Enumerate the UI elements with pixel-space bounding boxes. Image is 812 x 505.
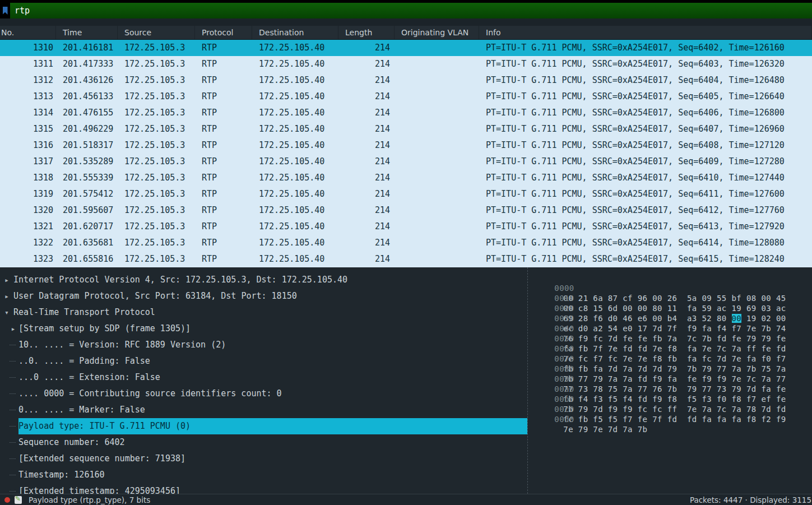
hex-bytes[interactable]: 00 21 6a 87 cf 96 00 26 5a 09 55 bf 08 0… (563, 294, 786, 303)
tree-expander-icon[interactable] (8, 483, 18, 494)
highlighted-byte[interactable]: 00 (732, 314, 742, 323)
hex-bytes[interactable]: fa fb 7f 7e fd fd 7e f8 fa 7e 7c 7a ff f… (563, 344, 786, 353)
tree-expander-icon[interactable] (8, 434, 18, 451)
detail-row[interactable]: 0... .... = Marker: False (0, 402, 527, 418)
cell-no: 1315 (0, 121, 56, 137)
column-header-destination[interactable]: Destination (252, 26, 338, 39)
cell-length: 214 (338, 154, 395, 170)
filter-bookmark-icon[interactable] (0, 3, 10, 18)
cell-length: 214 (338, 235, 395, 251)
hex-offset: 00d0 (554, 414, 577, 424)
bookmark-flag-icon (3, 7, 8, 15)
column-header-length[interactable]: Length (338, 26, 395, 39)
column-header-source[interactable]: Source (118, 26, 195, 39)
detail-row[interactable]: .... 0000 = Contributing source identifi… (0, 386, 527, 402)
tree-expander-icon[interactable] (8, 402, 18, 418)
tree-expander-icon[interactable] (8, 386, 18, 402)
detail-row[interactable]: Sequence number: 6402 (0, 434, 527, 451)
packet-row[interactable]: 1319 201.575412 172.25.105.3 RTP 172.25.… (0, 186, 812, 202)
tree-expander-icon[interactable] (8, 451, 18, 467)
column-header-protocol[interactable]: Protocol (195, 26, 252, 39)
packet-row[interactable]: 1312 201.436126 172.25.105.3 RTP 172.25.… (0, 72, 812, 89)
hex-bytes[interactable]: 00 c8 15 6d 00 00 80 11 fa 59 ac 19 69 0… (563, 304, 786, 313)
hex-row[interactable]: 0000 00 21 6a 87 cf 96 00 26 5a 09 55 bf… (535, 273, 812, 283)
hex-rows[interactable]: 0000 00 21 6a 87 cf 96 00 26 5a 09 55 bf… (527, 267, 812, 494)
cell-vlan (395, 89, 479, 105)
packet-row[interactable]: 1318 201.555339 172.25.105.3 RTP 172.25.… (0, 170, 812, 186)
cell-protocol: RTP (195, 72, 252, 89)
hex-bytes[interactable]: 77 73 78 75 7a 77 76 7b 79 77 73 79 7d f… (563, 384, 786, 393)
hex-bytes[interactable]: 7e fc f7 fc 7e 7e f8 fb fa fc 7d 7e fa f… (563, 354, 786, 363)
cell-vlan (395, 186, 479, 202)
packet-row[interactable]: 1316 201.518317 172.25.105.3 RTP 172.25.… (0, 137, 812, 154)
tree-expander-icon[interactable] (8, 418, 18, 434)
hex-offset: 0080 (554, 364, 577, 374)
detail-row[interactable]: 10.. .... = Version: RFC 1889 Version (2… (0, 337, 527, 353)
packet-row[interactable]: 1315 201.496229 172.25.105.3 RTP 172.25.… (0, 121, 812, 137)
hex-bytes[interactable]: 7e 79 7e 7d 7a 7b (563, 425, 647, 434)
detail-row[interactable]: ..0. .... = Padding: False (0, 353, 527, 369)
detail-row[interactable]: ▸ User Datagram Protocol, Src Port: 6318… (0, 288, 527, 304)
hex-bytes[interactable]: fb f4 f3 f5 f4 fd f9 f8 f5 f3 f0 f8 f7 e… (563, 395, 786, 404)
cell-source: 172.25.105.3 (118, 105, 195, 121)
hex-bytes[interactable]: fb fb fa 7d 7a 7d 7d 79 7b 79 77 7a 7b 7… (563, 364, 786, 373)
packet-row[interactable]: 1320 201.595607 172.25.105.3 RTP 172.25.… (0, 202, 812, 219)
cell-time: 201.655816 (56, 251, 118, 267)
column-header-no[interactable]: No. (0, 26, 56, 39)
hex-bytes[interactable]: 7b 77 79 7a 7a fd f9 fa fe f9 f9 7e 7c 7… (563, 374, 786, 383)
packet-row[interactable]: 1322 201.635681 172.25.105.3 RTP 172.25.… (0, 235, 812, 251)
detail-row[interactable]: ▾ Real-Time Transport Protocol (0, 304, 527, 321)
column-header-info[interactable]: Info (479, 26, 812, 39)
detail-row[interactable]: [Extended sequence number: 71938] (0, 451, 527, 467)
cell-time: 201.595607 (56, 202, 118, 219)
packet-row[interactable]: 1313 201.456133 172.25.105.3 RTP 172.25.… (0, 89, 812, 105)
cell-info: PT=ITU-T G.711 PCMU, SSRC=0xA254E017, Se… (479, 137, 812, 154)
wireshark-window: rtp No. Time Source Protocol Destination… (0, 0, 812, 505)
detail-row[interactable]: ...0 .... = Extension: False (0, 369, 527, 386)
cell-no: 1312 (0, 72, 56, 89)
hex-offset: 0000 (554, 283, 577, 293)
cell-vlan (395, 219, 479, 235)
cell-protocol: RTP (195, 219, 252, 235)
hex-bytes[interactable]: ec d0 a2 54 e0 17 7d 7f f9 fa f4 f7 7e 7… (563, 324, 786, 333)
tree-expander-icon[interactable]: ▸ (8, 321, 18, 337)
packet-row[interactable]: 1321 201.620717 172.25.105.3 RTP 172.25.… (0, 219, 812, 235)
status-packet-counts: Packets: 4447 · Displayed: 3115 (690, 495, 812, 504)
hex-bytes[interactable]: fc fb f5 f5 f7 fe 7f fd fd fa fa fa f8 f… (563, 415, 786, 424)
cell-time: 201.436126 (56, 72, 118, 89)
detail-row[interactable]: Timestamp: 126160 (0, 467, 527, 483)
tree-expander-icon[interactable]: ▾ (0, 304, 13, 321)
cell-length: 214 (338, 89, 395, 105)
tree-expander-icon[interactable] (8, 353, 18, 369)
hex-bytes[interactable]: 69 28 f6 d0 46 e6 00 b4 a3 52 80 00 19 0… (563, 314, 786, 323)
expert-info-icon[interactable] (4, 497, 10, 503)
column-header-time[interactable]: Time (56, 26, 118, 39)
detail-row[interactable]: Payload type: ITU-T G.711 PCMU (0) (0, 418, 527, 434)
cell-length: 214 (338, 40, 395, 56)
cell-time: 201.575412 (56, 186, 118, 202)
detail-row-label: 0... .... = Marker: False (18, 402, 527, 418)
tree-expander-icon[interactable] (8, 467, 18, 483)
tree-expander-icon[interactable]: ▸ (0, 288, 13, 304)
tree-expander-icon[interactable] (8, 337, 18, 353)
packet-row[interactable]: 1323 201.655816 172.25.105.3 RTP 172.25.… (0, 251, 812, 267)
detail-row-label: [Stream setup by SDP (frame 1305)] (18, 321, 527, 337)
detail-row[interactable]: [Extended timestamp: 4295093456] (0, 483, 527, 494)
tree-expander-icon[interactable]: ▸ (0, 272, 13, 288)
cell-source: 172.25.105.3 (118, 186, 195, 202)
hex-bytes[interactable]: 76 f9 fc 7d fe fe fb 7a 7c 7b fd fe 79 7… (563, 334, 786, 343)
packet-row[interactable]: 1310 201.416181 172.25.105.3 RTP 172.25.… (0, 40, 812, 56)
capture-comment-icon[interactable] (15, 496, 22, 504)
detail-row[interactable]: ▸ Internet Protocol Version 4, Src: 172.… (0, 272, 527, 288)
hex-bytes[interactable]: 7b 79 7d f9 f9 fc fc ff 7e 7a 7c 7a 78 7… (563, 405, 786, 414)
column-header-vlan[interactable]: Originating VLAN (395, 26, 479, 39)
cell-vlan (395, 40, 479, 56)
cell-vlan (395, 154, 479, 170)
packet-row[interactable]: 1311 201.417333 172.25.105.3 RTP 172.25.… (0, 56, 812, 72)
packet-row[interactable]: 1317 201.535289 172.25.105.3 RTP 172.25.… (0, 154, 812, 170)
display-filter-input[interactable]: rtp (10, 3, 812, 18)
cell-source: 172.25.105.3 (118, 56, 195, 72)
tree-expander-icon[interactable] (8, 369, 18, 386)
packet-row[interactable]: 1314 201.476155 172.25.105.3 RTP 172.25.… (0, 105, 812, 121)
detail-row[interactable]: ▸ [Stream setup by SDP (frame 1305)] (0, 321, 527, 337)
